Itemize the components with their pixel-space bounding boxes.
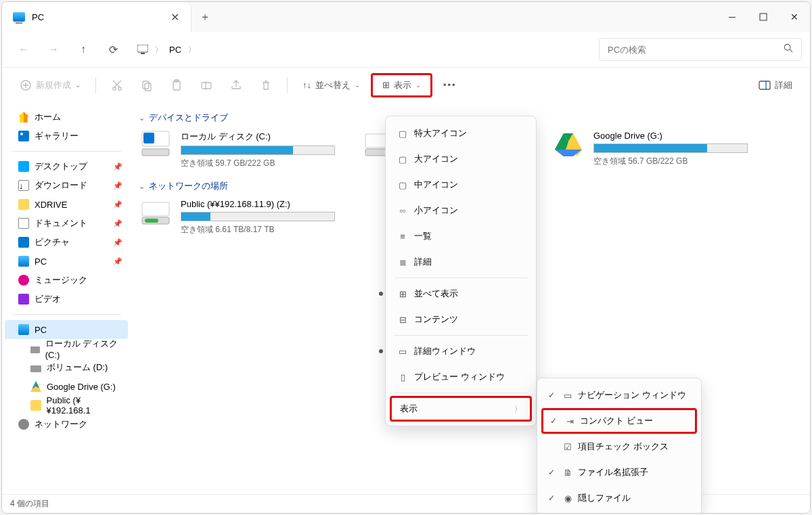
drive-local-c[interactable]: ローカル ディスク (C:) 空き領域 59.7 GB/222 GB — [139, 131, 335, 169]
paste-button[interactable] — [164, 73, 189, 97]
pin-icon: 📌 — [113, 219, 122, 228]
back-button[interactable]: ← — [10, 37, 37, 62]
window-controls: ─ ✕ — [717, 2, 810, 32]
file-icon: 🗎 — [562, 468, 574, 478]
more-button[interactable]: ••• — [436, 73, 464, 97]
sidebar-item-documents[interactable]: ドキュメント📌 — [5, 214, 128, 233]
sidebar-item-desktop[interactable]: デスクトップ📌 — [5, 157, 128, 176]
svg-rect-21 — [143, 133, 154, 143]
menu-item-tiles[interactable]: ⊞並べて表示 — [390, 281, 532, 307]
pc-icon — [18, 256, 29, 267]
pc-breadcrumb-icon — [137, 45, 148, 54]
home-icon — [18, 112, 29, 122]
svg-rect-14 — [173, 81, 180, 90]
sidebar-item-google-drive[interactable]: Google Drive (G:) — [5, 377, 128, 396]
sidebar-item-pc[interactable]: PC — [5, 320, 128, 339]
refresh-button[interactable]: ⟳ — [99, 37, 127, 62]
eye-icon: ◉ — [562, 493, 574, 503]
sidebar-item-videos[interactable]: ビデオ — [5, 290, 128, 309]
sidebar-item-pc-quick[interactable]: PC📌 — [5, 252, 128, 271]
sidebar-item-music[interactable]: ミュージック — [5, 271, 128, 290]
menu-item-hidden-files[interactable]: ✓◉隠しファイル — [541, 485, 697, 511]
svg-line-11 — [114, 81, 121, 87]
chevron-down-icon: ⌄ — [139, 114, 145, 122]
view-icon: ⊞ — [382, 80, 390, 90]
search-box[interactable] — [599, 38, 802, 61]
titlebar: PC ✕ ＋ ─ ✕ — [2, 2, 810, 32]
sidebar-item-public[interactable]: Public (¥¥192.168.1 — [5, 396, 128, 415]
menu-item-medium-icons[interactable]: ▢中アイコン — [390, 172, 532, 198]
details-pane-button[interactable]: 詳細 — [752, 73, 799, 97]
menu-item-compact-view[interactable]: ✓⇥コンパクト ビュー — [541, 408, 697, 434]
chevron-down-icon: ⌄ — [415, 81, 421, 89]
menu-item-file-extensions[interactable]: ✓🗎ファイル名拡張子 — [541, 460, 697, 485]
sidebar-item-gallery[interactable]: ギャラリー — [5, 127, 128, 145]
checkbox-icon: ☑ — [562, 442, 574, 452]
sidebar-item-network[interactable]: ネットワーク — [5, 415, 128, 434]
menu-item-details-pane[interactable]: ▭詳細ウィンドウ — [390, 338, 532, 364]
menu-item-extra-large-icons[interactable]: ▢特大アイコン — [390, 120, 532, 146]
preview-pane-icon: ▯ — [397, 372, 409, 382]
cut-button[interactable] — [104, 73, 130, 97]
pc-icon — [18, 324, 29, 335]
menu-item-show-submenu[interactable]: 表示〉 — [390, 396, 532, 422]
drive-google[interactable]: Google Drive (G:) 空き領域 56.7 GB/222 GB — [551, 131, 748, 169]
svg-rect-18 — [759, 81, 770, 89]
search-icon[interactable] — [784, 43, 793, 55]
sidebar-item-pictures[interactable]: ピクチャ📌 — [5, 233, 128, 252]
delete-button[interactable] — [253, 73, 279, 97]
pin-icon: 📌 — [113, 162, 122, 171]
details-pane-icon: ▭ — [397, 346, 409, 357]
large-icon: ▢ — [397, 154, 409, 164]
pin-icon: 📌 — [113, 238, 122, 247]
folder-icon — [18, 199, 29, 210]
navigation-pane: ホーム ギャラリー デスクトップ📌 ↓ダウンロード📌 XDRIVE📌 ドキュメン… — [2, 102, 131, 494]
sidebar-item-local-disk-c[interactable]: ローカル ディスク (C:) — [5, 339, 128, 358]
sidebar-item-xdrive[interactable]: XDRIVE📌 — [5, 195, 128, 214]
sidebar-item-downloads[interactable]: ↓ダウンロード📌 — [5, 176, 128, 195]
folder-icon — [30, 400, 41, 411]
sidebar-item-volume-d[interactable]: ボリューム (D:) — [5, 358, 128, 377]
up-button[interactable]: ↑ — [70, 37, 97, 62]
view-button[interactable]: ⊞ 表示 ⌄ — [371, 73, 432, 97]
sort-button[interactable]: ↑↓ 並べ替え ⌄ — [296, 73, 367, 97]
drive-public-z[interactable]: Public (¥¥192.168.11.9) (Z:) 空き領域 6.61 T… — [139, 199, 335, 236]
chevron-right-icon: 〉 — [188, 45, 196, 55]
menu-item-small-icons[interactable]: ▫▫小アイコン — [390, 198, 532, 223]
menu-item-details[interactable]: ≣詳細 — [390, 249, 532, 275]
pc-icon — [13, 12, 25, 22]
svg-rect-13 — [145, 83, 151, 91]
pin-icon: 📌 — [113, 200, 122, 209]
share-button[interactable] — [223, 73, 249, 97]
sidebar-item-home[interactable]: ホーム — [5, 108, 128, 127]
content-icon: ⊟ — [397, 315, 409, 325]
close-button[interactable]: ✕ — [779, 2, 810, 32]
view-menu: ▢特大アイコン ▢大アイコン ▢中アイコン ▫▫小アイコン ≡一覧 ≣詳細 ⊞並… — [385, 116, 537, 426]
copy-icon — [141, 79, 153, 91]
tab-pc[interactable]: PC ✕ — [2, 2, 191, 32]
breadcrumb[interactable]: 〉 PC 〉 — [129, 38, 204, 61]
chevron-right-icon: 〉 — [514, 404, 522, 414]
status-text: 4 個の項目 — [10, 498, 49, 510]
menu-item-list[interactable]: ≡一覧 — [390, 223, 532, 249]
svg-rect-0 — [760, 14, 767, 20]
crumb-pc[interactable]: PC — [169, 45, 181, 55]
tab-close-icon[interactable]: ✕ — [169, 11, 180, 24]
pin-icon: 📌 — [113, 257, 122, 266]
new-tab-button[interactable]: ＋ — [191, 2, 219, 32]
menu-item-navigation-pane[interactable]: ✓▭ナビゲーション ウィンドウ — [541, 382, 697, 408]
minimize-button[interactable]: ─ — [717, 2, 748, 32]
maximize-button[interactable] — [748, 2, 779, 32]
copy-button[interactable] — [134, 73, 160, 97]
search-input[interactable] — [608, 45, 784, 55]
check-icon: ✓ — [548, 468, 558, 477]
disk-icon — [30, 365, 41, 372]
forward-button[interactable]: → — [40, 37, 67, 62]
menu-item-content[interactable]: ⊟コンテンツ — [390, 307, 532, 332]
menu-item-item-checkboxes[interactable]: ☑項目チェック ボックス — [541, 434, 697, 460]
menu-item-large-icons[interactable]: ▢大アイコン — [390, 146, 532, 172]
rename-button[interactable] — [194, 73, 219, 97]
menu-item-preview-pane[interactable]: ▯プレビュー ウィンドウ — [390, 364, 532, 390]
check-icon: ✓ — [550, 416, 560, 426]
new-button[interactable]: 新規作成 ⌄ — [13, 73, 87, 97]
